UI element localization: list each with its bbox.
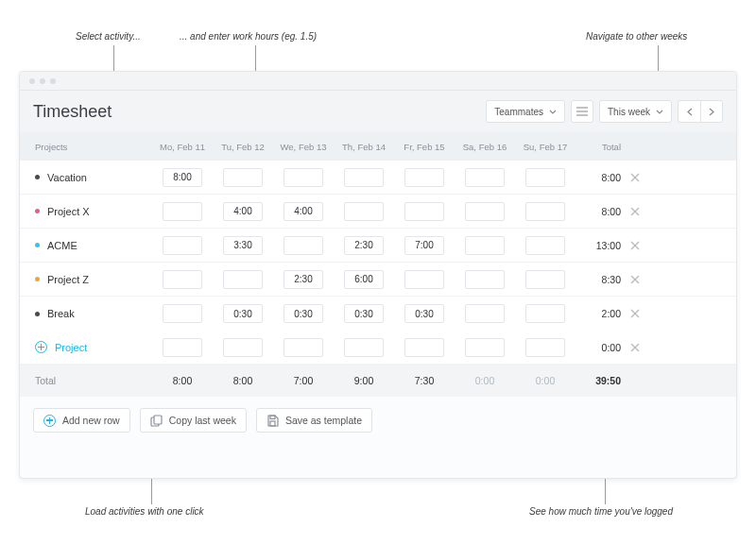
project-name: Project Z [47,274,89,285]
close-icon [630,241,640,250]
table-row: Vacation8:00 [20,161,736,195]
app-window: Timesheet Teammates This week [19,71,737,479]
add-row-label: Add new row [62,415,120,426]
time-input[interactable] [525,304,565,323]
teammates-label: Teammates [494,107,543,117]
time-input[interactable] [465,236,505,255]
time-input[interactable] [163,202,202,221]
time-input[interactable] [223,202,263,221]
delete-row-button[interactable] [623,275,647,284]
prev-week-button[interactable] [678,100,700,123]
time-input[interactable] [344,304,384,323]
time-input[interactable] [223,168,263,187]
row-total: 8:00 [576,206,623,217]
delete-row-button[interactable] [623,241,647,250]
grid-header: Projects Mo, Feb 11 Tu, Feb 12 We, Feb 1… [20,132,736,161]
time-input [284,338,323,357]
period-label: This week [608,107,650,117]
col-day-6: Su, Feb 17 [515,142,576,152]
col-day-1: Tu, Feb 12 [213,142,273,152]
col-day-2: We, Feb 13 [273,142,334,152]
time-input[interactable] [344,270,384,289]
time-input[interactable] [465,270,505,289]
time-input[interactable] [344,236,384,255]
save-template-button[interactable]: Save as template [256,408,372,433]
col-total: Total [576,142,623,152]
time-input[interactable] [344,202,384,221]
delete-row-button[interactable] [623,309,647,318]
time-input[interactable] [525,270,565,289]
header-bar: Timesheet Teammates This week [20,91,736,132]
chevron-down-icon [549,110,557,114]
period-dropdown[interactable]: This week [599,100,672,123]
col-projects: Projects [29,142,152,152]
time-input[interactable] [525,168,565,187]
time-input[interactable] [163,168,202,187]
page-title: Timesheet [33,102,480,122]
time-input[interactable] [404,202,444,221]
window-chrome [20,72,736,91]
copy-last-week-button[interactable]: Copy last week [140,408,247,433]
time-input[interactable] [465,168,505,187]
add-project-button[interactable]: Project [29,341,152,353]
time-input[interactable] [525,236,565,255]
project-cell[interactable]: Break [29,308,152,319]
time-input[interactable] [284,202,323,221]
time-input[interactable] [525,202,565,221]
add-project-row: Project 0:00 [20,331,736,365]
project-color-dot [35,312,40,316]
time-input[interactable] [223,304,263,323]
col-day-5: Sa, Feb 16 [455,142,515,152]
copy-last-label: Copy last week [169,415,236,426]
copy-icon [150,415,163,427]
time-input[interactable] [223,236,263,255]
time-input[interactable] [284,236,323,255]
time-input[interactable] [404,168,444,187]
delete-row-button[interactable] [623,173,647,182]
row-total: 13:00 [576,240,623,251]
teammates-dropdown[interactable]: Teammates [486,100,565,123]
project-color-dot [35,277,40,281]
annotation-enter-hours: ... and enter work hours (eg. 1.5) [180,31,317,42]
project-cell[interactable]: Project Z [29,274,152,285]
time-input[interactable] [284,304,323,323]
time-input[interactable] [404,304,444,323]
list-view-button[interactable] [571,100,593,123]
time-input[interactable] [465,304,505,323]
delete-row-button[interactable] [623,343,647,352]
add-new-row-button[interactable]: Add new row [33,408,130,433]
project-cell[interactable]: Project X [29,206,152,217]
week-nav [678,100,723,123]
annotation-load-activities: Load activities with one click [85,506,204,517]
time-input [163,338,202,357]
project-cell[interactable]: ACME [29,240,152,251]
time-input[interactable] [404,236,444,255]
table-row: Project Z8:30 [20,263,736,297]
time-input[interactable] [163,270,202,289]
plus-circle-icon [35,341,47,353]
time-input[interactable] [284,168,323,187]
annotation-select-activity: Select activity... [76,31,141,42]
table-row: Project X8:00 [20,195,736,229]
project-color-dot [35,175,40,179]
time-input [404,338,444,357]
time-input [223,338,263,357]
time-input[interactable] [404,270,444,289]
time-input[interactable] [163,236,202,255]
time-input[interactable] [284,270,323,289]
row-total: 8:30 [576,274,623,285]
footer-day-3: 9:00 [334,375,394,386]
row-total: 0:00 [576,342,623,353]
time-input[interactable] [163,304,202,323]
time-input[interactable] [344,168,384,187]
time-input [525,338,565,357]
project-cell[interactable]: Vacation [29,172,152,183]
time-input[interactable] [223,270,263,289]
delete-row-button[interactable] [623,207,647,216]
footer-day-2: 7:00 [273,375,334,386]
footer-label: Total [29,375,152,386]
time-input[interactable] [465,202,505,221]
action-bar: Add new row Copy last week Save as templ… [20,397,736,444]
footer-day-4: 7:30 [394,375,455,386]
next-week-button[interactable] [700,100,723,123]
